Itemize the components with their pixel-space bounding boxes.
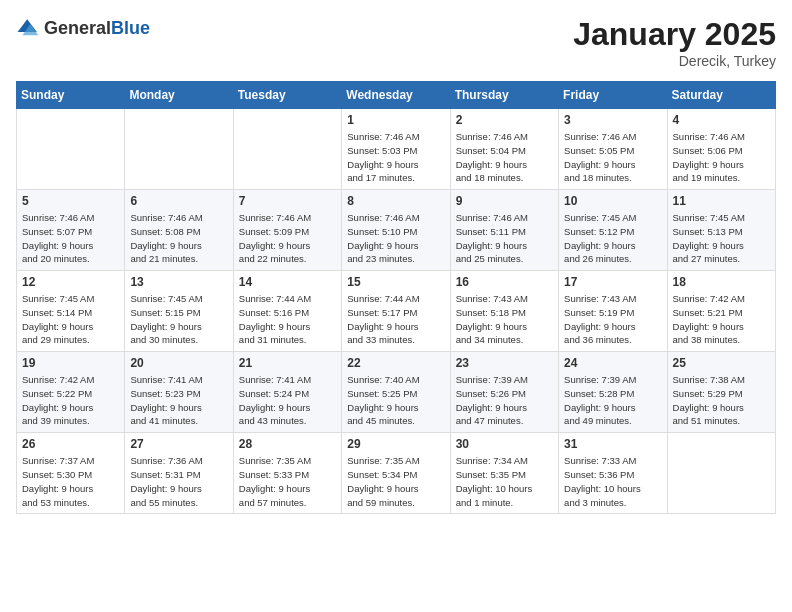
calendar-cell: 21Sunrise: 7:41 AM Sunset: 5:24 PM Dayli… [233,352,341,433]
day-info: Sunrise: 7:44 AM Sunset: 5:16 PM Dayligh… [239,292,336,347]
calendar-cell: 14Sunrise: 7:44 AM Sunset: 5:16 PM Dayli… [233,271,341,352]
day-info: Sunrise: 7:46 AM Sunset: 5:09 PM Dayligh… [239,211,336,266]
calendar-cell: 29Sunrise: 7:35 AM Sunset: 5:34 PM Dayli… [342,433,450,514]
day-info: Sunrise: 7:33 AM Sunset: 5:36 PM Dayligh… [564,454,661,509]
day-info: Sunrise: 7:46 AM Sunset: 5:06 PM Dayligh… [673,130,770,185]
day-number: 23 [456,356,553,370]
calendar-cell [17,109,125,190]
day-number: 28 [239,437,336,451]
day-info: Sunrise: 7:45 AM Sunset: 5:12 PM Dayligh… [564,211,661,266]
calendar-week-row: 1Sunrise: 7:46 AM Sunset: 5:03 PM Daylig… [17,109,776,190]
day-info: Sunrise: 7:42 AM Sunset: 5:21 PM Dayligh… [673,292,770,347]
day-info: Sunrise: 7:39 AM Sunset: 5:28 PM Dayligh… [564,373,661,428]
calendar-cell: 6Sunrise: 7:46 AM Sunset: 5:08 PM Daylig… [125,190,233,271]
calendar-cell [125,109,233,190]
day-number: 29 [347,437,444,451]
calendar-cell: 3Sunrise: 7:46 AM Sunset: 5:05 PM Daylig… [559,109,667,190]
day-number: 8 [347,194,444,208]
calendar-cell: 2Sunrise: 7:46 AM Sunset: 5:04 PM Daylig… [450,109,558,190]
day-number: 21 [239,356,336,370]
weekday-header: Monday [125,82,233,109]
calendar-cell: 5Sunrise: 7:46 AM Sunset: 5:07 PM Daylig… [17,190,125,271]
calendar-cell: 24Sunrise: 7:39 AM Sunset: 5:28 PM Dayli… [559,352,667,433]
day-number: 27 [130,437,227,451]
day-number: 18 [673,275,770,289]
day-info: Sunrise: 7:34 AM Sunset: 5:35 PM Dayligh… [456,454,553,509]
day-info: Sunrise: 7:45 AM Sunset: 5:13 PM Dayligh… [673,211,770,266]
calendar-cell: 11Sunrise: 7:45 AM Sunset: 5:13 PM Dayli… [667,190,775,271]
calendar-cell: 9Sunrise: 7:46 AM Sunset: 5:11 PM Daylig… [450,190,558,271]
calendar-table: SundayMondayTuesdayWednesdayThursdayFrid… [16,81,776,514]
day-number: 20 [130,356,227,370]
weekday-header: Wednesday [342,82,450,109]
day-info: Sunrise: 7:42 AM Sunset: 5:22 PM Dayligh… [22,373,119,428]
day-info: Sunrise: 7:35 AM Sunset: 5:34 PM Dayligh… [347,454,444,509]
day-number: 17 [564,275,661,289]
calendar-week-row: 12Sunrise: 7:45 AM Sunset: 5:14 PM Dayli… [17,271,776,352]
calendar-cell: 18Sunrise: 7:42 AM Sunset: 5:21 PM Dayli… [667,271,775,352]
calendar-cell: 31Sunrise: 7:33 AM Sunset: 5:36 PM Dayli… [559,433,667,514]
calendar-cell: 16Sunrise: 7:43 AM Sunset: 5:18 PM Dayli… [450,271,558,352]
day-info: Sunrise: 7:44 AM Sunset: 5:17 PM Dayligh… [347,292,444,347]
day-info: Sunrise: 7:39 AM Sunset: 5:26 PM Dayligh… [456,373,553,428]
day-number: 13 [130,275,227,289]
calendar-week-row: 26Sunrise: 7:37 AM Sunset: 5:30 PM Dayli… [17,433,776,514]
calendar-cell: 30Sunrise: 7:34 AM Sunset: 5:35 PM Dayli… [450,433,558,514]
weekday-header: Sunday [17,82,125,109]
day-info: Sunrise: 7:46 AM Sunset: 5:05 PM Dayligh… [564,130,661,185]
day-number: 6 [130,194,227,208]
day-number: 2 [456,113,553,127]
weekday-header: Thursday [450,82,558,109]
calendar-cell: 28Sunrise: 7:35 AM Sunset: 5:33 PM Dayli… [233,433,341,514]
calendar-cell: 27Sunrise: 7:36 AM Sunset: 5:31 PM Dayli… [125,433,233,514]
day-info: Sunrise: 7:46 AM Sunset: 5:07 PM Dayligh… [22,211,119,266]
day-info: Sunrise: 7:45 AM Sunset: 5:15 PM Dayligh… [130,292,227,347]
calendar-cell [667,433,775,514]
page-header: GeneralBlue January 2025 Derecik, Turkey [16,16,776,69]
title-block: January 2025 Derecik, Turkey [573,16,776,69]
day-info: Sunrise: 7:36 AM Sunset: 5:31 PM Dayligh… [130,454,227,509]
day-number: 22 [347,356,444,370]
weekday-header: Friday [559,82,667,109]
day-info: Sunrise: 7:41 AM Sunset: 5:23 PM Dayligh… [130,373,227,428]
calendar-cell: 19Sunrise: 7:42 AM Sunset: 5:22 PM Dayli… [17,352,125,433]
calendar-cell: 1Sunrise: 7:46 AM Sunset: 5:03 PM Daylig… [342,109,450,190]
day-number: 15 [347,275,444,289]
month-year-title: January 2025 [573,16,776,53]
day-number: 30 [456,437,553,451]
calendar-cell: 8Sunrise: 7:46 AM Sunset: 5:10 PM Daylig… [342,190,450,271]
day-number: 14 [239,275,336,289]
day-number: 3 [564,113,661,127]
calendar-cell: 22Sunrise: 7:40 AM Sunset: 5:25 PM Dayli… [342,352,450,433]
calendar-week-row: 19Sunrise: 7:42 AM Sunset: 5:22 PM Dayli… [17,352,776,433]
day-number: 26 [22,437,119,451]
calendar-cell: 13Sunrise: 7:45 AM Sunset: 5:15 PM Dayli… [125,271,233,352]
day-info: Sunrise: 7:46 AM Sunset: 5:11 PM Dayligh… [456,211,553,266]
day-info: Sunrise: 7:46 AM Sunset: 5:03 PM Dayligh… [347,130,444,185]
day-info: Sunrise: 7:45 AM Sunset: 5:14 PM Dayligh… [22,292,119,347]
calendar-cell [233,109,341,190]
day-info: Sunrise: 7:41 AM Sunset: 5:24 PM Dayligh… [239,373,336,428]
day-info: Sunrise: 7:37 AM Sunset: 5:30 PM Dayligh… [22,454,119,509]
calendar-cell: 20Sunrise: 7:41 AM Sunset: 5:23 PM Dayli… [125,352,233,433]
calendar-cell: 4Sunrise: 7:46 AM Sunset: 5:06 PM Daylig… [667,109,775,190]
day-info: Sunrise: 7:40 AM Sunset: 5:25 PM Dayligh… [347,373,444,428]
calendar-week-row: 5Sunrise: 7:46 AM Sunset: 5:07 PM Daylig… [17,190,776,271]
day-number: 25 [673,356,770,370]
calendar-cell: 10Sunrise: 7:45 AM Sunset: 5:12 PM Dayli… [559,190,667,271]
day-info: Sunrise: 7:46 AM Sunset: 5:04 PM Dayligh… [456,130,553,185]
logo: GeneralBlue [16,16,150,40]
calendar-cell: 17Sunrise: 7:43 AM Sunset: 5:19 PM Dayli… [559,271,667,352]
day-number: 10 [564,194,661,208]
day-number: 1 [347,113,444,127]
calendar-cell: 15Sunrise: 7:44 AM Sunset: 5:17 PM Dayli… [342,271,450,352]
day-number: 31 [564,437,661,451]
logo-blue: Blue [111,18,150,38]
day-info: Sunrise: 7:43 AM Sunset: 5:19 PM Dayligh… [564,292,661,347]
calendar-cell: 25Sunrise: 7:38 AM Sunset: 5:29 PM Dayli… [667,352,775,433]
day-info: Sunrise: 7:46 AM Sunset: 5:10 PM Dayligh… [347,211,444,266]
weekday-header: Saturday [667,82,775,109]
day-number: 9 [456,194,553,208]
day-number: 11 [673,194,770,208]
day-info: Sunrise: 7:46 AM Sunset: 5:08 PM Dayligh… [130,211,227,266]
